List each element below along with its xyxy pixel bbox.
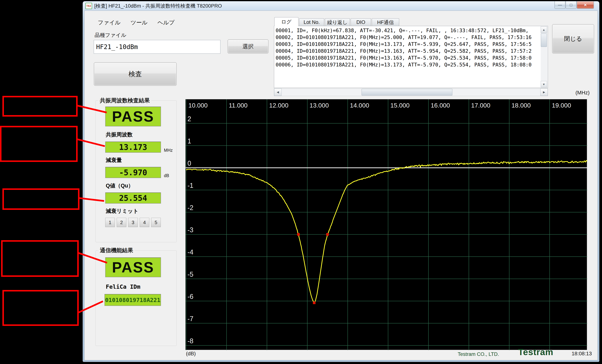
x-tick-label-0: 10.000 bbox=[188, 102, 208, 109]
y-tick-label-0: 2 bbox=[187, 115, 191, 123]
vertical-scroll-thumb[interactable] bbox=[541, 33, 547, 47]
attenuation-unit-label: dB bbox=[164, 173, 169, 178]
file-type-label: 品種ファイル bbox=[95, 32, 126, 39]
maximize-button[interactable]: □ bbox=[566, 1, 576, 9]
log-line-2: 00003, ID=010108019718A221, F0(MHz)=13.1… bbox=[276, 41, 539, 48]
q-value-label: Q値（Qu） bbox=[106, 182, 134, 189]
screen-background: { "window": { "title": "[検査] HF21_-10dBm… bbox=[0, 0, 602, 364]
y-tick-label-7: -5 bbox=[187, 270, 194, 278]
scroll-right-icon[interactable]: ▶ bbox=[540, 88, 548, 96]
y-tick-label-5: -3 bbox=[187, 226, 194, 234]
window-title: [検査] HF21_-10dBm - 共振周波数特性検査機 T8200PRO bbox=[94, 1, 222, 10]
attenuation-limit-buttons: 12345 bbox=[105, 218, 161, 227]
annotation-box-1 bbox=[3, 97, 77, 116]
minimize-button[interactable]: — bbox=[555, 1, 565, 9]
y-tick-label-9: -7 bbox=[187, 315, 194, 322]
testram-logo: Testram bbox=[518, 347, 553, 357]
q-value-field: 25.554 bbox=[105, 192, 161, 204]
y-tick-label-4: -2 bbox=[187, 204, 194, 211]
log-tab-4[interactable]: HF通信 bbox=[372, 18, 399, 26]
log-horizontal-scrollbar[interactable]: ◀ ▶ bbox=[274, 88, 548, 96]
frequency-response-chart: 10.00011.00012.00013.00014.00015.00016.0… bbox=[185, 99, 587, 350]
y-tick-label-8: -6 bbox=[187, 293, 194, 300]
x-tick-label-3: 13.000 bbox=[310, 102, 329, 109]
menu-item-2[interactable]: ヘルプ bbox=[152, 18, 180, 28]
company-name: Testram CO., LTD. bbox=[458, 351, 499, 357]
x-tick-label-5: 15.000 bbox=[390, 102, 409, 109]
select-file-button[interactable]: 選択 bbox=[228, 39, 269, 53]
log-lines: 00001, ID=, F0(kHz)=67.838, ATT=-30.421,… bbox=[276, 27, 539, 68]
log-tab-2[interactable]: 繰り返し bbox=[325, 18, 350, 26]
chart-svg: 10.00011.00012.00013.00014.00015.00016.0… bbox=[186, 99, 587, 350]
resonance-group-title: 共振周波数検査結果 bbox=[98, 97, 151, 104]
communication-group-title: 通信機能結果 bbox=[98, 247, 135, 254]
menu-item-1[interactable]: ツール bbox=[126, 18, 152, 28]
attenuation-label: 減衰量 bbox=[106, 156, 122, 164]
menu-item-0[interactable]: ファイル bbox=[93, 18, 126, 28]
limit-button-5[interactable]: 5 bbox=[151, 218, 161, 227]
attenuation-value-field: -5.970 bbox=[105, 167, 161, 178]
annotation-box-5 bbox=[3, 291, 78, 325]
f0-value-field: 13.173 bbox=[105, 142, 161, 153]
log-line-1: 00002, ID=010108019718A221, F0(MHz)=25.0… bbox=[276, 34, 539, 41]
f0-unit-label: MHz bbox=[164, 148, 173, 153]
close-button[interactable]: 閉じる bbox=[552, 24, 594, 53]
measurement-marker-2 bbox=[313, 302, 315, 304]
y-tick-label-3: -1 bbox=[187, 182, 194, 189]
x-tick-label-6: 16.000 bbox=[431, 102, 450, 109]
y-tick-label-6: -4 bbox=[187, 248, 194, 256]
measurement-marker-1 bbox=[326, 233, 329, 236]
log-line-0: 00001, ID=, F0(kHz)=67.838, ATT=-30.421,… bbox=[276, 27, 539, 34]
log-line-4: 00005, ID=010108019718A221, F0(MHz)=13.1… bbox=[276, 54, 539, 61]
y-tick-label-2: 0 bbox=[187, 159, 191, 167]
app-icon: T82 bbox=[86, 3, 92, 9]
y-tick-label-10: -8 bbox=[187, 337, 194, 345]
horizontal-scroll-thumb[interactable] bbox=[362, 89, 452, 95]
log-line-5: 00006, ID=010108019718A221, F0(MHz)=13.1… bbox=[276, 61, 539, 68]
f0-label: 共振周波数 bbox=[106, 131, 133, 138]
communication-pass-indicator: PASS bbox=[105, 257, 161, 277]
scroll-left-icon[interactable]: ◀ bbox=[274, 88, 281, 96]
log-tab-1[interactable]: Lot No. bbox=[299, 18, 324, 26]
annotation-box-2 bbox=[1, 126, 77, 161]
limit-button-3[interactable]: 3 bbox=[128, 218, 138, 227]
close-window-button[interactable]: × bbox=[577, 1, 594, 9]
log-line-3: 00004, ID=010108019718A221, F0(MHz)=13.1… bbox=[276, 48, 539, 54]
app-window: T82 [検査] HF21_-10dBm - 共振周波数特性検査機 T8200P… bbox=[83, 1, 599, 362]
log-tab-3[interactable]: DIO bbox=[351, 18, 371, 26]
y-tick-label-1: 1 bbox=[187, 137, 191, 145]
attenuation-trace bbox=[186, 160, 587, 302]
annotation-box-3 bbox=[3, 189, 79, 209]
scroll-up-icon[interactable]: ▲ bbox=[541, 26, 547, 33]
db-axis-caption: (dB) bbox=[186, 351, 196, 357]
scroll-down-icon[interactable]: ▼ bbox=[541, 81, 547, 87]
log-tab-0[interactable]: ログ bbox=[274, 17, 298, 26]
file-type-input[interactable]: HF21_-10dBm bbox=[94, 40, 220, 54]
log-output[interactable]: 00001, ID=, F0(kHz)=67.838, ATT=-30.421,… bbox=[274, 26, 548, 88]
log-vertical-scrollbar[interactable]: ▲ ▼ bbox=[541, 26, 547, 87]
resonance-pass-indicator: PASS bbox=[105, 107, 161, 126]
title-bar[interactable]: T82 [検査] HF21_-10dBm - 共振周波数特性検査機 T8200P… bbox=[83, 1, 599, 10]
inspect-button[interactable]: 検査 bbox=[94, 62, 177, 86]
limit-button-4[interactable]: 4 bbox=[140, 218, 149, 227]
x-tick-label-4: 14.000 bbox=[350, 102, 369, 109]
x-tick-label-1: 11.000 bbox=[229, 102, 247, 109]
annotation-box-4 bbox=[2, 241, 78, 276]
mhz-axis-caption: (MHz) bbox=[553, 90, 590, 96]
measurement-marker-0 bbox=[297, 233, 300, 236]
x-tick-label-7: 17.000 bbox=[471, 102, 490, 109]
limit-button-1[interactable]: 1 bbox=[105, 218, 115, 227]
log-panel: ログLot No.繰り返しDIOHF通信 00001, ID=, F0(kHz)… bbox=[274, 17, 548, 96]
felica-idm-label: FeliCa IDm bbox=[106, 283, 140, 290]
x-tick-label-9: 19.000 bbox=[552, 102, 571, 109]
attenuation-limit-label: 減衰リミット bbox=[106, 208, 139, 215]
x-tick-label-2: 12.000 bbox=[269, 102, 288, 109]
felica-idm-value-field: 010108019718A221 bbox=[105, 294, 161, 306]
clock-time: 18:08:13 bbox=[572, 351, 592, 357]
x-tick-label-8: 18.000 bbox=[511, 102, 531, 109]
limit-button-2[interactable]: 2 bbox=[117, 218, 126, 227]
